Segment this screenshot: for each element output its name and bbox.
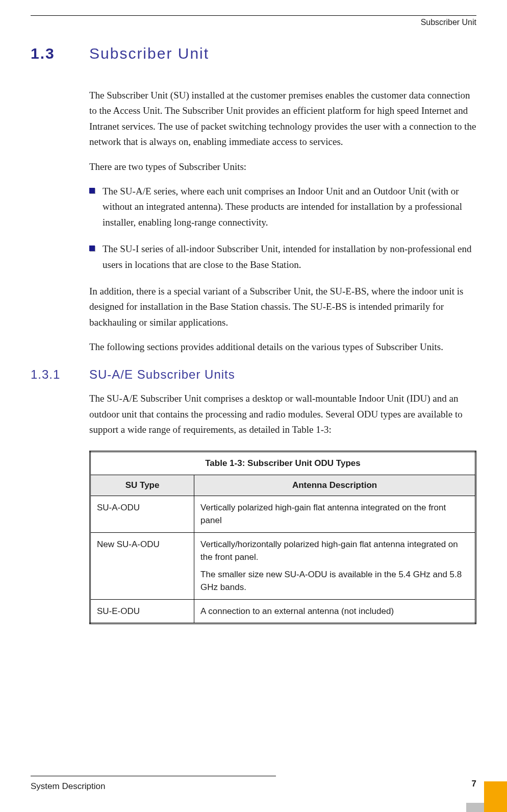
- paragraph: The SU-A/E Subscriber Unit comprises a d…: [89, 391, 476, 437]
- section-title: Subscriber Unit: [89, 45, 209, 62]
- paragraph: The Subscriber Unit (SU) installed at th…: [89, 88, 476, 150]
- subsection-heading: 1.3.1 SU-A/E Subscriber Units: [31, 367, 476, 382]
- bullet-text: The SU-I series of all-indoor Subscriber…: [103, 241, 476, 273]
- table-row: SU-E-ODU A connection to an external ant…: [90, 599, 476, 624]
- odu-types-table: Table 1-3: Subscriber Unit ODU Types SU …: [89, 451, 476, 625]
- square-bullet-icon: [89, 188, 95, 193]
- decor-bar-orange: [484, 781, 507, 812]
- subsection-title: SU-A/E Subscriber Units: [89, 367, 235, 382]
- column-header: SU Type: [90, 475, 194, 496]
- table-title: Table 1-3: Subscriber Unit ODU Types: [90, 451, 476, 475]
- paragraph: There are two types of Subscriber Units:: [89, 159, 476, 175]
- table-cell: SU-A-ODU: [90, 496, 194, 532]
- table-row: SU-A-ODU Vertically polarized high-gain …: [90, 496, 476, 532]
- decor-bar-gray: [466, 803, 484, 812]
- table-cell: A connection to an external antenna (not…: [194, 599, 476, 624]
- section-heading: 1.3 Subscriber Unit: [31, 45, 476, 62]
- footer-decoration: [466, 781, 507, 812]
- column-header: Antenna Description: [194, 475, 476, 496]
- table-cell: Vertically/horizontally polarized high-g…: [194, 532, 476, 599]
- list-item: The SU-A/E series, where each unit compr…: [89, 184, 476, 230]
- table-row: New SU-A-ODU Vertically/horizontally pol…: [90, 532, 476, 599]
- table-cell: Vertically polarized high-gain flat ante…: [194, 496, 476, 532]
- paragraph: In addition, there is a special variant …: [89, 284, 476, 330]
- bullet-list: The SU-A/E series, where each unit compr…: [89, 184, 476, 273]
- running-header: Subscriber Unit: [31, 18, 476, 27]
- paragraph: The following sections provides addition…: [89, 339, 476, 355]
- bullet-text: The SU-A/E series, where each unit compr…: [103, 184, 476, 230]
- square-bullet-icon: [89, 245, 95, 251]
- footer-text: System Description: [31, 781, 105, 792]
- subsection-number: 1.3.1: [31, 367, 89, 382]
- section-number: 1.3: [31, 45, 89, 62]
- table-cell: New SU-A-ODU: [90, 532, 194, 599]
- table-cell: SU-E-ODU: [90, 599, 194, 624]
- list-item: The SU-I series of all-indoor Subscriber…: [89, 241, 476, 273]
